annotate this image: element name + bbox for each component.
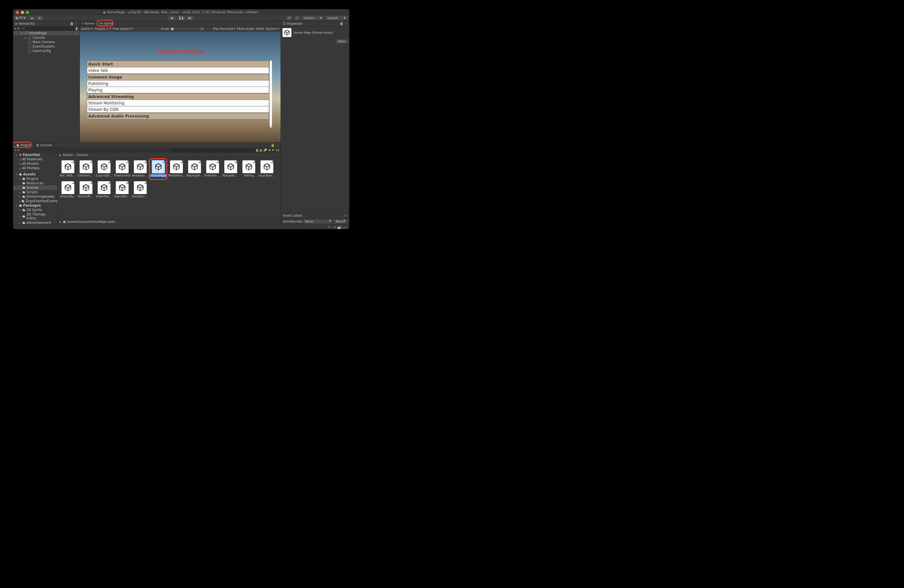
- favorite-icon[interactable]: ★: [268, 149, 271, 152]
- stats-toggle[interactable]: Stats: [256, 27, 264, 31]
- scene-asset[interactable]: MediaPlay...: [168, 160, 185, 180]
- display-dropdown[interactable]: Display 1▼: [94, 27, 111, 31]
- hierarchy-search[interactable]: [20, 27, 74, 31]
- search-button[interactable]: ⌕: [294, 16, 300, 20]
- pause-button[interactable]: ❚❚: [177, 16, 185, 21]
- scene-asset[interactable]: VoiceReve...: [132, 181, 149, 201]
- scene-root[interactable]: ▾ ❍ HomePage ⋮: [13, 31, 80, 35]
- play-button[interactable]: ▶: [168, 16, 177, 21]
- scene-asset[interactable]: HomePage: [150, 160, 167, 180]
- minimize-window[interactable]: [21, 11, 24, 14]
- cube-icon: ▢: [28, 49, 32, 53]
- search-label-icon[interactable]: ◐: [260, 149, 263, 152]
- assets-group[interactable]: ▾🖿Assets: [13, 172, 57, 177]
- scene-asset[interactable]: Copyright...: [95, 160, 113, 180]
- aspect-dropdown[interactable]: Free Aspect▼: [113, 27, 133, 31]
- menu-icon[interactable]: ⋮: [277, 143, 280, 147]
- undo-history-button[interactable]: ↺: [286, 16, 292, 20]
- highlight-annotation: [149, 158, 167, 180]
- hidden-icon[interactable]: 👁: [272, 149, 275, 152]
- breadcrumb-item[interactable]: Scenes: [77, 153, 88, 157]
- gizmos-dropdown[interactable]: Gizmos▼: [266, 27, 280, 31]
- hierarchy-item[interactable]: ▸▢Canvas: [13, 35, 80, 40]
- folder-icon: 🖿: [19, 172, 22, 176]
- hierarchy-item[interactable]: ▢UserConfig: [13, 49, 80, 53]
- menu-item[interactable]: Video Talk: [87, 67, 269, 74]
- menu-icon[interactable]: ⋮: [74, 31, 78, 35]
- lock-icon[interactable]: 🔒: [70, 22, 74, 25]
- scene-asset[interactable]: StreamMon...: [77, 181, 95, 201]
- package-item[interactable]: ▸🖿2D Tilemap Editor: [13, 212, 57, 220]
- favorite-item[interactable]: ⌕All Models: [13, 161, 57, 166]
- scene-asset[interactable]: VideoTalk_...: [95, 181, 113, 201]
- cloud-icon: ☁: [30, 16, 33, 20]
- assetbundle-dropdown[interactable]: None▼: [303, 220, 333, 224]
- create-dropdown[interactable]: + ▾: [14, 149, 19, 152]
- variant-dropdown[interactable]: None▼: [334, 220, 347, 224]
- scene-asset[interactable]: Headphon...: [132, 160, 149, 180]
- project-search[interactable]: [172, 149, 255, 152]
- folder-item[interactable]: ▸🖿StreamingAssets: [13, 194, 57, 199]
- scene-tab[interactable]: ⌗Scene: [80, 21, 96, 26]
- mute-audio-toggle[interactable]: Mute Audio: [237, 27, 254, 31]
- cloud-button[interactable]: ☁: [28, 16, 35, 20]
- play-focused-dropdown[interactable]: Play Focused▼: [213, 27, 235, 31]
- folder-item-scenes[interactable]: 🖿Scenes: [13, 185, 57, 190]
- scene-asset[interactable]: CommonU...: [77, 160, 95, 180]
- folder-item[interactable]: ▸🖿Scripts: [13, 190, 57, 194]
- open-button[interactable]: Open: [336, 39, 348, 43]
- scene-asset[interactable]: FlowControl: [114, 160, 131, 180]
- hierarchy-item[interactable]: ▢EventSystem: [13, 44, 80, 49]
- scene-asset[interactable]: SoundLeve...: [258, 160, 275, 180]
- create-dropdown[interactable]: + ▾: [14, 27, 19, 30]
- scene-filter-icon[interactable]: ◧: [76, 27, 79, 30]
- menu-icon[interactable]: ⋮: [345, 22, 348, 25]
- layers-dropdown[interactable]: Layers▼: [302, 16, 324, 20]
- maximize-window[interactable]: [26, 11, 29, 14]
- folder-item[interactable]: 🖿Resources: [13, 181, 57, 185]
- scale-slider[interactable]: [171, 28, 199, 29]
- hierarchy-item[interactable]: ▢Main Camera: [13, 40, 80, 44]
- services-button[interactable]: ◎: [36, 16, 43, 20]
- scene-asset[interactable]: PublishingS...: [204, 160, 221, 180]
- save-search-icon[interactable]: 🔑: [263, 149, 267, 152]
- package-item[interactable]: ▸🖿Advertisement: [13, 220, 57, 224]
- hidden-count: 16: [275, 149, 280, 152]
- menu-icon[interactable]: ⋮: [75, 22, 78, 25]
- scene-asset[interactable]: AEC_ANS_...: [59, 160, 77, 180]
- console-tab[interactable]: ▤Console: [34, 143, 55, 147]
- game-mode-dropdown[interactable]: Game▼: [81, 27, 93, 31]
- scrollbar[interactable]: [270, 61, 272, 128]
- step-button[interactable]: ▶|: [186, 16, 194, 21]
- label-icon[interactable]: 🏷: [344, 214, 347, 217]
- debug-icon[interactable]: 🐞: [327, 225, 331, 229]
- search-type-icon[interactable]: ◧: [256, 149, 259, 152]
- close-window[interactable]: [16, 11, 19, 14]
- scene-asset[interactable]: RangeAudio: [222, 160, 239, 180]
- menu-item[interactable]: Stream Monitoring: [87, 100, 269, 106]
- favorites-group[interactable]: ▾★Favorites: [13, 153, 57, 157]
- breadcrumb-item[interactable]: Assets: [63, 153, 73, 157]
- menu-item[interactable]: Playing: [87, 87, 269, 93]
- star-icon: ★: [19, 153, 22, 157]
- menu-icon[interactable]: ⋮: [276, 22, 279, 25]
- menu-item[interactable]: Stream By CDN: [87, 106, 269, 113]
- lock-icon[interactable]: 🔒: [271, 143, 275, 147]
- scene-asset[interactable]: Setting: [240, 160, 258, 180]
- account-button[interactable]: ◉ PF ▼: [14, 16, 27, 20]
- folder-item[interactable]: ▸🖿Plugins: [13, 177, 57, 181]
- services-icon: ◎: [38, 16, 41, 20]
- favorite-item[interactable]: ⌕All Materials: [13, 157, 57, 161]
- icon-size-slider[interactable]: [332, 228, 347, 228]
- menu-item[interactable]: Publishing: [87, 81, 269, 87]
- layout-dropdown[interactable]: Layout▼: [326, 16, 347, 20]
- scene-asset[interactable]: StreamBy...: [59, 181, 77, 201]
- unity-icon: ❍: [24, 32, 28, 35]
- packages-group[interactable]: ▾🖿Packages: [13, 203, 57, 208]
- scene-asset[interactable]: VideoTalk_...: [114, 181, 131, 201]
- package-item[interactable]: ▸🖿2D Sprite: [13, 208, 57, 212]
- lock-icon[interactable]: 🔒: [340, 22, 343, 25]
- favorite-item[interactable]: ⌕All Prefabs: [13, 166, 57, 171]
- folder-item[interactable]: ▸🖿ZegoExpressExample: [13, 199, 57, 203]
- scene-asset[interactable]: PlayingStr...: [186, 160, 203, 180]
